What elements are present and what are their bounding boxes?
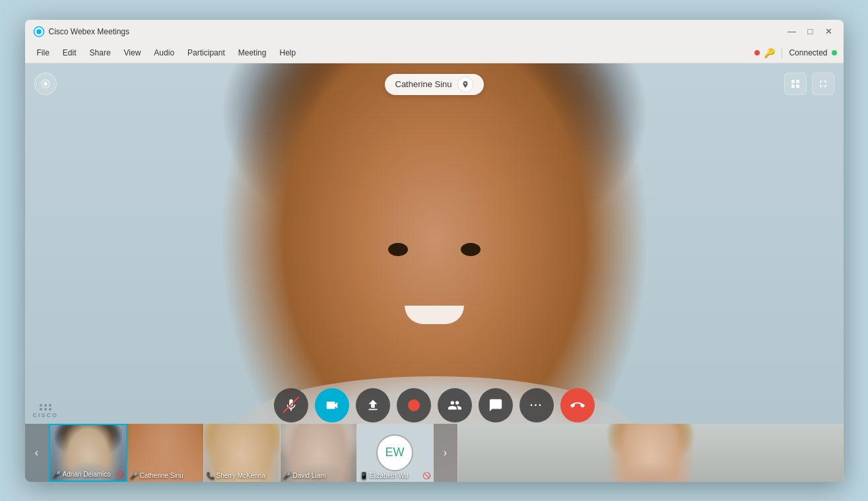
svg-point-1 (36, 29, 42, 34)
participant-label-4: 📱 Elizabeth Wu (360, 472, 430, 479)
menubar: File Edit Share View Audio Participant M… (25, 44, 844, 63)
titlebar: Cisco Webex Meetings — □ ✕ (25, 20, 844, 44)
extra-participant-thumb[interactable] (457, 424, 844, 482)
svg-rect-3 (791, 80, 795, 83)
record-button[interactable] (397, 388, 431, 422)
menu-file[interactable]: File (32, 47, 55, 59)
chat-button[interactable] (479, 388, 513, 422)
participant-thumb-3[interactable]: 🎤 David Liam (281, 424, 357, 482)
connection-status-area: 🔑 Connected (754, 48, 836, 58)
menu-participant[interactable]: Participant (182, 47, 230, 59)
participant-name-2: Sherry McKenna (217, 472, 265, 479)
svg-point-2 (44, 82, 47, 85)
menu-meeting[interactable]: Meeting (233, 47, 272, 59)
strip-next-button[interactable]: › (434, 424, 457, 482)
participant-muted-4: 🚫 (422, 472, 430, 479)
participant-thumb-2[interactable]: 📞 Sherry McKenna (204, 424, 281, 482)
more-options-button[interactable]: ··· (519, 388, 554, 422)
participants-button[interactable] (438, 388, 472, 422)
participant-mic-icon-3: 🎤 (283, 472, 291, 479)
divider (782, 48, 782, 58)
app-window: Cisco Webex Meetings — □ ✕ File Edit Sha… (25, 20, 844, 482)
menu-help[interactable]: Help (274, 47, 301, 59)
participant-thumbnails: 🎤 Adrian Delamico 🚫 🎤 Catherine Sinu (49, 424, 434, 482)
menu-share[interactable]: Share (84, 47, 116, 59)
connection-status-label: Connected (789, 48, 827, 57)
participant-label-3: 🎤 David Liam (283, 472, 354, 479)
participant-name-3: David Liam (293, 472, 326, 479)
participant-mic-icon-1: 🎤 (130, 472, 138, 479)
extra-participant-video (458, 424, 843, 482)
pin-button[interactable] (457, 77, 473, 92)
cisco-logo-watermark: CISCO (33, 404, 59, 418)
maximize-button[interactable]: □ (804, 25, 817, 38)
svg-rect-6 (796, 84, 799, 88)
participant-strip: ‹ 🎤 Adrian Delamico 🚫 🎤 (25, 424, 844, 482)
participant-label-1: 🎤 Catherine Sinu (130, 472, 201, 479)
participant-phone-icon-4: 📱 (360, 472, 368, 479)
key-icon: 🔑 (764, 48, 775, 58)
speaker-name-tag: Catherine Sinu (385, 74, 484, 95)
minimize-button[interactable]: — (785, 25, 799, 38)
participant-label-0: 🎤 Adrian Delamico (53, 471, 123, 478)
svg-rect-5 (791, 84, 795, 88)
app-logo: Cisco Webex Meetings (33, 26, 130, 38)
participant-thumb-1[interactable]: 🎤 Catherine Sinu (127, 424, 204, 482)
main-video-area: Catherine Sinu (25, 63, 844, 482)
app-title: Cisco Webex Meetings (49, 27, 130, 36)
participant-initials-4: EW (376, 434, 413, 471)
control-bar: ··· (274, 388, 595, 422)
share-button[interactable] (356, 388, 390, 422)
record-indicator (754, 50, 760, 55)
layout-button[interactable] (784, 73, 807, 95)
participant-muted-0: 🚫 (116, 471, 123, 478)
speaker-name-label: Catherine Sinu (395, 79, 452, 89)
participant-mic-icon-0: 🎤 (53, 471, 61, 478)
participant-thumb-4[interactable]: EW 📱 Elizabeth Wu 🚫 (357, 424, 434, 482)
participant-name-4: Elizabeth Wu (370, 472, 409, 479)
mute-button[interactable] (274, 388, 308, 422)
participant-phone-icon-2: 📞 (207, 472, 215, 479)
participant-thumb-0[interactable]: 🎤 Adrian Delamico 🚫 (49, 424, 127, 482)
end-call-button[interactable] (560, 388, 595, 422)
participant-label-2: 📞 Sherry McKenna (207, 472, 277, 479)
camera-toggle-button[interactable] (34, 73, 57, 95)
participant-name-1: Catherine Sinu (140, 472, 184, 479)
window-controls: — □ ✕ (785, 25, 836, 38)
camera-button[interactable] (315, 388, 349, 422)
fullscreen-button[interactable] (812, 73, 834, 95)
view-controls (784, 73, 834, 95)
participant-name-0: Adrian Delamico (63, 471, 111, 478)
connected-indicator (832, 50, 837, 55)
strip-prev-button[interactable]: ‹ (25, 424, 49, 482)
menu-edit[interactable]: Edit (57, 47, 82, 59)
menu-view[interactable]: View (119, 47, 147, 59)
svg-rect-4 (796, 80, 799, 83)
close-button[interactable]: ✕ (822, 25, 836, 38)
menu-audio[interactable]: Audio (149, 47, 180, 59)
